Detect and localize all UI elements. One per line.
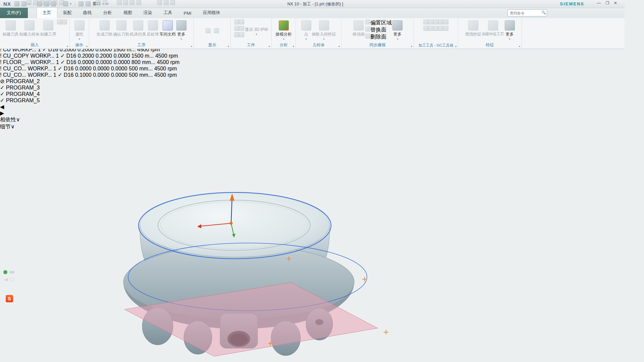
tab-render[interactable]: 渲染 [138, 8, 158, 18]
gc-tool-icon-8[interactable] [433, 26, 438, 31]
ribbon-group-synchronous: 移动面 偏置区域 替换面 删除面 更多▾ 同步建模▾ [341, 18, 414, 49]
delete-face-icon [365, 34, 370, 39]
tab-analysis[interactable]: 分析 [98, 8, 118, 18]
insert-extra-icon-1[interactable] [57, 19, 62, 24]
toolbar-icon-1[interactable] [26, 0, 32, 5]
minimize-button[interactable]: — [597, 1, 601, 5]
toolbar-icon-2[interactable] [33, 0, 38, 5]
create-geometry-button[interactable]: 创建几何体 [19, 19, 40, 37]
toolbar-icon-12[interactable] [136, 0, 141, 5]
gc-tool-icon-10[interactable] [443, 26, 448, 31]
create-operation-button[interactable]: 创建工序 [40, 19, 56, 37]
battery-icon[interactable] [9, 271, 14, 274]
toolbar-icon-3[interactable] [40, 0, 45, 5]
scroll-left-icon[interactable]: ◀ [0, 104, 4, 110]
sogou-tray-icon[interactable]: S [6, 295, 13, 302]
workpiece-icon-2[interactable] [239, 19, 244, 24]
tab-pmi[interactable]: PMI [178, 9, 197, 18]
feature-more-button[interactable]: 更多▾ [505, 19, 515, 40]
tab-curve[interactable]: 曲线 [77, 8, 98, 18]
table-row-floor[interactable]: ! FLOOR_... WORKP... 1 ✓ D16 0.0000 0.00… [0, 59, 644, 65]
dependency-section[interactable]: 相依性∨ [0, 116, 644, 123]
close-button[interactable]: ✕ [614, 1, 617, 5]
touch-mode-icon[interactable] [78, 1, 84, 6]
create-geometry-icon [24, 20, 35, 31]
replace-face-button[interactable]: 替换面 [365, 26, 392, 34]
gc-tool-icon-2[interactable] [428, 19, 433, 24]
extract-geometry-button[interactable]: 抽取几何特征▾ [312, 19, 336, 40]
toolbar-icon-14[interactable] [164, 0, 169, 5]
verify-toolpath-button[interactable]: 确认刀轨 [113, 19, 129, 37]
gc-tool-icon-9[interactable] [438, 26, 443, 31]
tab-file[interactable]: 文件(F) [0, 8, 28, 18]
point-button[interactable]: 点▾ [301, 19, 311, 40]
table-row-program-3[interactable]: ✓ PROGRAM_3 [0, 84, 644, 91]
workpiece-icon-5[interactable] [234, 32, 239, 37]
gc-tool-icon-6[interactable] [423, 26, 428, 31]
display-option-icon-2[interactable] [214, 28, 219, 33]
details-section[interactable]: 细节∨ [0, 123, 644, 130]
properties-button[interactable]: 属性▾ [74, 19, 85, 40]
tray-green-icon[interactable] [3, 270, 7, 274]
find-feature-button[interactable]: 查找特征 [465, 19, 481, 37]
tab-application[interactable]: 应用模块 [197, 8, 226, 18]
toolbar-icon-7[interactable] [96, 0, 101, 5]
scroll-right-icon[interactable]: ▶ [0, 110, 4, 116]
table-row-cu-co-2[interactable]: ! CU_CO... WORKP... 1 ✓ D16 0.1000 0.000… [0, 72, 644, 78]
maximize-button[interactable]: ❐ [605, 1, 609, 5]
verify-toolpath-icon [116, 20, 126, 31]
workpiece-icon-4[interactable] [239, 26, 244, 31]
workpiece-icon-3[interactable] [234, 26, 239, 31]
horizontal-scrollbar[interactable]: ◀ ▶ [0, 104, 644, 116]
postprocess-button[interactable]: 后处理 [147, 19, 159, 37]
table-row-cu-copy[interactable]: ! CU_COPY WORKP... 1 ✓ D16 0.2000 0.2000… [0, 53, 644, 59]
tab-home[interactable]: 主页 [37, 7, 57, 18]
gc-tool-icon-1[interactable] [423, 19, 428, 24]
window-icon[interactable] [86, 1, 91, 6]
network-icon[interactable] [10, 278, 14, 282]
tab-assembly[interactable]: 装配 [57, 8, 77, 18]
workpiece-icon-6[interactable] [239, 32, 244, 37]
tab-tools[interactable]: 工具 [158, 8, 178, 18]
undo-icon[interactable] [21, 1, 26, 6]
generate-toolpath-button[interactable]: 生成刀轨 [97, 19, 113, 37]
toolbar-icon-11[interactable] [129, 0, 135, 5]
toolbar-icon-9[interactable] [117, 0, 122, 5]
create-tool-button[interactable]: 创建刀具 [3, 19, 19, 37]
toolbar-icon-8[interactable] [102, 0, 107, 5]
delete-face-button[interactable]: 删除面 [365, 34, 392, 41]
shop-documentation-button[interactable]: 车间文档 [160, 19, 176, 37]
table-row-program-5[interactable]: ✓ PROGRAM_5 [0, 97, 644, 104]
create-feature-process-button[interactable]: 创建特征工艺 [482, 19, 504, 37]
workpiece-icon-1[interactable] [234, 19, 239, 24]
display-option-icon-1[interactable] [206, 28, 211, 33]
gc-tool-icon-5[interactable] [443, 19, 448, 24]
window-title: NX 10 - 加工 - [1.prt (修改的) ] [235, 1, 396, 7]
operation-more-button[interactable]: 更多▾ [176, 19, 186, 40]
toolbar-icon-10[interactable] [123, 0, 128, 5]
toolbar-icon-5[interactable] [53, 0, 58, 5]
table-row-program-4[interactable]: ✓ PROGRAM_4 [0, 91, 644, 97]
gc-tool-icon-3[interactable] [433, 19, 438, 24]
gc-tool-icon-4[interactable] [438, 19, 443, 24]
group-launcher-icon[interactable]: ▾ [67, 45, 68, 48]
machine-simulation-button[interactable]: 机床仿真 [130, 19, 146, 37]
insert-extra-icon-2[interactable] [62, 19, 67, 24]
gc-tool-icon-7[interactable] [428, 26, 433, 31]
show-3d-ipw-button[interactable]: 显示 3D IPW▾ [245, 19, 268, 35]
graphics-window[interactable]: ZM XM YM X Z [0, 130, 644, 362]
toolbar-icon-15[interactable] [170, 0, 175, 5]
draft-analysis-button[interactable]: 拔模分析▾ [276, 19, 292, 40]
search-icon[interactable]: 🔍 [541, 10, 546, 15]
table-row-cu-co-1[interactable]: ! CU_CO... WORKP... 1 ✓ D16 0.0000 0.000… [0, 65, 644, 72]
synchronous-more-button[interactable]: 更多▾ [392, 19, 402, 40]
toolbar-icon-6[interactable] [59, 0, 64, 5]
offset-region-button[interactable]: 偏置区域 [365, 19, 392, 26]
move-face-button[interactable]: 移动面 [353, 19, 365, 37]
toolbar-icon-13[interactable] [157, 0, 162, 5]
toolbar-icon-4[interactable] [46, 0, 51, 5]
save-icon[interactable] [14, 1, 19, 6]
create-operation-icon [43, 20, 53, 31]
table-row-program-2[interactable]: ⊘ PROGRAM_2 [0, 78, 644, 84]
tab-view[interactable]: 视图 [118, 8, 138, 18]
